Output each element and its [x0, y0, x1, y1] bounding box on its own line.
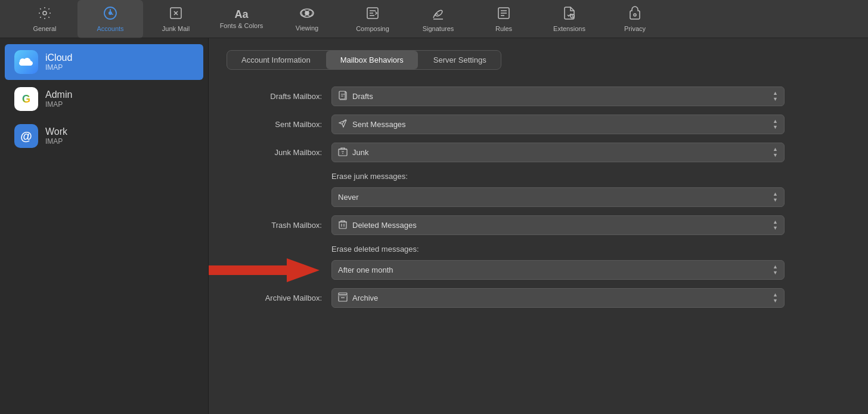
signatures-icon: [431, 6, 445, 23]
erase-junk-select[interactable]: Never ▲ ▼: [331, 187, 785, 207]
toolbar-extensions[interactable]: Extensions: [537, 0, 602, 38]
account-item-admin[interactable]: G Admin IMAP: [5, 81, 203, 117]
svg-point-0: [43, 11, 46, 15]
tab-mailbox-behaviors[interactable]: Mailbox Behaviors: [326, 51, 418, 69]
work-type: IMAP: [45, 137, 67, 146]
junk-control: Junk ▲ ▼: [331, 143, 785, 162]
erase-junk-label-text: Erase junk messages:: [331, 172, 408, 181]
admin-type: IMAP: [45, 100, 72, 109]
sent-control: Sent Messages ▲ ▼: [331, 115, 785, 134]
drafts-value: Drafts: [352, 92, 373, 101]
erase-junk-label-wrap: Erase junk messages:: [331, 171, 785, 181]
trash-down[interactable]: ▼: [773, 225, 778, 231]
drafts-up[interactable]: ▲: [773, 91, 778, 96]
svg-rect-22: [339, 293, 347, 295]
archive-down[interactable]: ▼: [773, 298, 778, 304]
toolbar-accounts-label: Accounts: [97, 25, 123, 32]
sent-label: Sent Mailbox:: [227, 120, 322, 129]
erase-junk-stepper[interactable]: ▲ ▼: [773, 191, 778, 203]
toolbar: General Accounts Junk Mail Aa Fonts & Co…: [0, 0, 868, 38]
sent-down[interactable]: ▼: [773, 125, 778, 130]
toolbar-junk-mail[interactable]: Junk Mail: [143, 0, 209, 38]
work-account-info: Work IMAP: [45, 126, 67, 146]
drafts-stepper[interactable]: ▲ ▼: [773, 91, 778, 102]
junk-row: Junk Mailbox: Junk: [227, 143, 850, 162]
trash-row: Trash Mailbox:: [227, 215, 850, 235]
toolbar-composing[interactable]: Composing: [340, 0, 405, 38]
erase-deleted-control: After one month ▲ ▼: [331, 260, 785, 280]
sent-select[interactable]: Sent Messages ▲ ▼: [331, 115, 785, 134]
drafts-down[interactable]: ▼: [773, 97, 778, 102]
archive-select[interactable]: Archive ▲ ▼: [331, 288, 785, 308]
junk-up[interactable]: ▲: [773, 147, 778, 152]
fonts-colors-icon: Aa: [234, 9, 248, 20]
sent-row: Sent Mailbox: Sent Messages ▲: [227, 115, 850, 134]
toolbar-fonts-colors-label: Fonts & Colors: [220, 22, 264, 29]
sent-select-left: Sent Messages: [338, 119, 406, 130]
icloud-account-info: iCloud IMAP: [45, 52, 72, 72]
svg-point-2: [108, 11, 112, 15]
admin-name: Admin: [45, 89, 72, 100]
erase-junk-down[interactable]: ▼: [773, 197, 778, 203]
sent-up[interactable]: ▲: [773, 119, 778, 124]
toolbar-privacy[interactable]: Privacy: [602, 0, 668, 38]
erase-junk-up[interactable]: ▲: [773, 191, 778, 197]
red-arrow: [209, 255, 320, 285]
drafts-select[interactable]: Drafts ▲ ▼: [331, 86, 785, 106]
trash-control: Deleted Messages ▲ ▼: [331, 215, 785, 235]
composing-icon: [365, 6, 380, 23]
drafts-select-left: Drafts: [338, 91, 373, 102]
trash-select[interactable]: Deleted Messages ▲ ▼: [331, 215, 785, 235]
trash-value: Deleted Messages: [352, 221, 417, 230]
toolbar-fonts-colors[interactable]: Aa Fonts & Colors: [209, 0, 274, 38]
admin-account-info: Admin IMAP: [45, 89, 72, 109]
erase-deleted-label-row: Erase deleted messages:: [227, 243, 850, 254]
erase-deleted-select-row: After one month ▲ ▼: [227, 260, 850, 280]
trash-select-left: Deleted Messages: [338, 220, 417, 231]
erase-deleted-stepper[interactable]: ▲ ▼: [773, 264, 778, 276]
tab-account-information[interactable]: Account Information: [227, 51, 325, 69]
tab-server-settings[interactable]: Server Settings: [419, 51, 501, 69]
archive-value: Archive: [352, 293, 378, 302]
rules-icon: [497, 6, 511, 23]
toolbar-viewing[interactable]: Viewing: [274, 0, 340, 38]
erase-deleted-select-left: After one month: [338, 265, 393, 274]
extensions-icon: [562, 6, 576, 23]
toolbar-privacy-label: Privacy: [624, 25, 646, 32]
viewing-icon: [299, 7, 315, 22]
toolbar-junk-mail-label: Junk Mail: [162, 25, 190, 32]
junk-select[interactable]: Junk ▲ ▼: [331, 143, 785, 162]
settings-panel: Account Information Mailbox Behaviors Se…: [209, 38, 868, 414]
toolbar-general-label: General: [33, 25, 56, 32]
icloud-avatar: [14, 50, 38, 74]
toolbar-rules[interactable]: Rules: [471, 0, 537, 38]
sent-stepper[interactable]: ▲ ▼: [773, 119, 778, 130]
erase-deleted-up[interactable]: ▲: [773, 264, 778, 270]
toolbar-general[interactable]: General: [12, 0, 78, 38]
junk-down[interactable]: ▼: [773, 153, 778, 158]
trash-stepper[interactable]: ▲ ▼: [773, 220, 778, 231]
mailbox-behaviors-form: Drafts Mailbox: Drafts: [227, 86, 850, 308]
erase-deleted-label-text: Erase deleted messages:: [331, 245, 419, 254]
junk-stepper[interactable]: ▲ ▼: [773, 147, 778, 158]
junk-icon: [338, 147, 348, 158]
toolbar-accounts[interactable]: Accounts: [78, 0, 143, 38]
junk-select-left: Junk: [338, 147, 368, 158]
privacy-icon: [628, 6, 642, 23]
account-item-icloud[interactable]: iCloud IMAP: [5, 44, 203, 80]
trash-up[interactable]: ▲: [773, 220, 778, 225]
drafts-label: Drafts Mailbox:: [227, 92, 322, 101]
archive-stepper[interactable]: ▲ ▼: [773, 292, 778, 304]
archive-up[interactable]: ▲: [773, 292, 778, 298]
main-layout: iCloud IMAP G Admin IMAP @ Work IMAP: [0, 38, 868, 414]
erase-deleted-select[interactable]: After one month ▲ ▼: [331, 260, 785, 280]
drafts-icon: [338, 91, 348, 102]
junk-label: Junk Mailbox:: [227, 148, 322, 157]
erase-deleted-down[interactable]: ▼: [773, 270, 778, 276]
account-item-work[interactable]: @ Work IMAP: [5, 118, 203, 154]
general-icon: [38, 6, 52, 23]
toolbar-extensions-label: Extensions: [553, 25, 585, 32]
archive-select-left: Archive: [338, 292, 378, 304]
toolbar-signatures[interactable]: Signatures: [405, 0, 471, 38]
erase-junk-select-left: Never: [338, 193, 359, 202]
